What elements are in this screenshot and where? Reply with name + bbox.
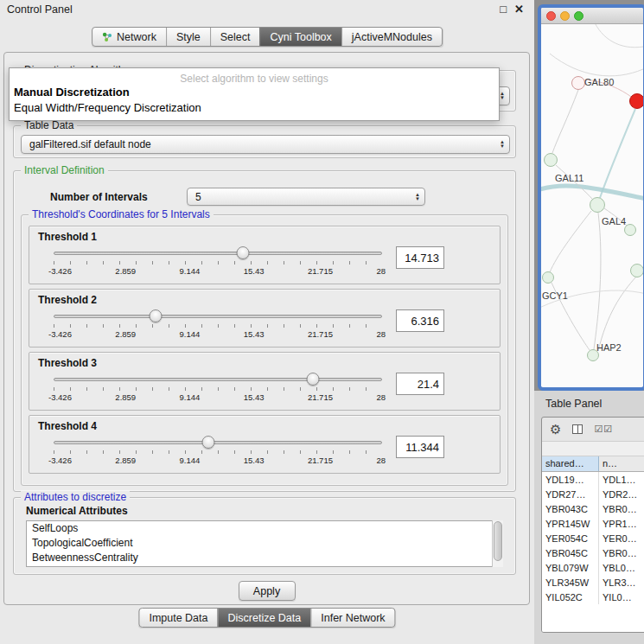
network-window-titlebar[interactable] xyxy=(541,8,643,24)
attributes-group-title: Attributes to discretize xyxy=(21,491,130,503)
table-panel-window: ⚙ ☑☑ shared…n… YDL19…YDL1…YDR27…YDR2…YBR… xyxy=(541,417,644,633)
table-row[interactable]: YLR345WYLR3… xyxy=(542,575,644,590)
threshold-value-input[interactable] xyxy=(396,309,444,332)
scale-label: 15.43 xyxy=(244,456,265,465)
threshold-slider[interactable]: -3.4262.8599.14415.4321.71528 xyxy=(54,371,382,404)
tab-network[interactable]: Network xyxy=(92,28,166,46)
table-data-combobox[interactable]: galFiltered.sif default node ▲ ▼ xyxy=(21,135,510,154)
algorithm-popup-hint: Select algorithm to view settings xyxy=(10,68,499,85)
scale-label: 21.715 xyxy=(308,266,333,276)
threshold-value-input[interactable] xyxy=(396,246,444,269)
tab-label: Style xyxy=(176,31,201,43)
table-cell: YIL0… xyxy=(599,592,644,603)
tab-select[interactable]: Select xyxy=(210,28,260,46)
list-scrollbar-thumb[interactable] xyxy=(494,521,502,561)
threshold-row: -3.4262.8599.14415.4321.71528 xyxy=(54,245,488,283)
tab-jactivemnodules[interactable]: jActiveMNodules xyxy=(341,28,442,46)
tab-style[interactable]: Style xyxy=(166,28,210,46)
table-row[interactable]: YDR27…YDR2… xyxy=(542,487,644,501)
table-cell: YDL19… xyxy=(542,472,599,487)
table-body[interactable]: YDL19…YDL1…YDR27…YDR2…YBR043CYBR0…YPR145… xyxy=(542,472,644,632)
list-item[interactable]: SelfLoops xyxy=(27,521,502,536)
zoom-traffic-button[interactable] xyxy=(574,11,583,21)
close-icon[interactable]: ✕ xyxy=(514,3,524,16)
tab-label: Discretize Data xyxy=(228,612,302,624)
list-scrollbar[interactable] xyxy=(492,520,503,567)
checkbox-icon[interactable]: ☑ xyxy=(603,424,613,434)
float-icon[interactable]: □ xyxy=(500,3,507,16)
table-row[interactable]: YBL079WYBL0… xyxy=(542,560,644,575)
threshold-slider[interactable]: -3.4262.8599.14415.4321.71528 xyxy=(54,245,382,277)
scale-label: 21.715 xyxy=(308,456,333,465)
table-row[interactable]: YDL19…YDL1… xyxy=(542,472,644,487)
network-node[interactable] xyxy=(542,271,554,284)
threshold-slider[interactable]: -3.4262.8599.14415.4321.71528 xyxy=(54,308,382,341)
threshold-row: -3.4262.8599.14415.4321.71528 xyxy=(54,308,488,346)
top-tabstrip: NetworkStyleSelectCyni ToolboxjActiveMNo… xyxy=(92,27,443,47)
scale-label: -3.426 xyxy=(48,266,72,276)
scale-label: 9.144 xyxy=(180,456,201,465)
tab-discretize-data[interactable]: Discretize Data xyxy=(218,609,311,627)
numerical-attributes-list[interactable]: SelfLoopsTopologicalCoefficientBetweenne… xyxy=(26,520,503,567)
slider-handle[interactable] xyxy=(201,436,214,449)
select-columns-icons[interactable]: ☑☑ xyxy=(594,424,613,435)
table-cell: YLR345W xyxy=(542,575,599,590)
threshold-value-input[interactable] xyxy=(396,436,444,458)
table-cell: YPR1… xyxy=(599,519,644,529)
table-cell: YPR145W xyxy=(542,516,599,531)
network-node[interactable] xyxy=(629,93,644,109)
scale-label: 9.144 xyxy=(180,392,201,402)
network-node[interactable] xyxy=(590,197,605,213)
threshold-block: Threshold 3-3.4262.8599.14415.4321.71528 xyxy=(29,352,501,411)
table-row[interactable]: YBR045CYBR0… xyxy=(542,545,644,560)
threshold-label: Threshold 4 xyxy=(38,420,97,432)
column-header-shared[interactable]: shared… xyxy=(542,456,599,471)
window-title: Control Panel xyxy=(7,3,73,16)
tab-impute-data[interactable]: Impute Data xyxy=(139,609,217,627)
algorithm-popup: Select algorithm to view settings Manual… xyxy=(9,67,500,121)
table-row[interactable]: YER054CYER0… xyxy=(542,531,644,545)
minimize-traffic-button[interactable] xyxy=(560,11,570,21)
gear-icon[interactable]: ⚙ xyxy=(550,422,561,437)
network-node[interactable] xyxy=(571,76,585,90)
apply-button[interactable]: Apply xyxy=(239,581,296,601)
table-panel-filter-strip xyxy=(542,442,644,456)
numerical-attributes-label: Numerical Attributes xyxy=(26,505,128,517)
columns-icon[interactable] xyxy=(572,424,583,434)
table-row[interactable]: YIL052CYIL0… xyxy=(542,590,644,604)
threshold-row: -3.4262.8599.14415.4321.71528 xyxy=(54,434,488,472)
list-item[interactable]: BetweennessCentrality xyxy=(27,551,502,565)
popup-option-manual-discretization[interactable]: Manual Discretization xyxy=(10,85,499,100)
number-of-intervals-value: 5 xyxy=(195,191,201,203)
column-header-n[interactable]: n… xyxy=(599,456,644,471)
scale-label: 21.715 xyxy=(308,392,333,402)
network-canvas[interactable]: GAL80GAL11GAL4GCY1HAP2 xyxy=(541,24,643,386)
slider-handle[interactable] xyxy=(237,246,250,259)
network-node[interactable] xyxy=(630,264,644,277)
table-row[interactable]: YPR145WYPR1… xyxy=(542,516,644,531)
checkbox-icon[interactable]: ☑ xyxy=(594,424,603,434)
network-node[interactable] xyxy=(544,153,558,167)
table-cell: YER054C xyxy=(542,531,599,545)
slider-handle[interactable] xyxy=(149,309,162,322)
table-row[interactable]: YBR043CYBR0… xyxy=(542,501,644,516)
tab-cyni-toolbox[interactable]: Cyni Toolbox xyxy=(259,28,341,46)
threshold-value-input[interactable] xyxy=(396,373,444,395)
table-cell: YBR043C xyxy=(542,501,599,516)
slider-ticks xyxy=(54,261,382,265)
scale-label: 9.144 xyxy=(180,266,201,276)
number-of-intervals-combobox[interactable]: 5 ▲ ▼ xyxy=(187,188,425,206)
slider-handle[interactable] xyxy=(307,373,320,386)
threshold-slider[interactable]: -3.4262.8599.14415.4321.71528 xyxy=(54,434,382,467)
table-panel-title: Table Panel xyxy=(545,398,602,410)
arrow-down-icon: ▼ xyxy=(415,197,420,201)
table-cell: YDR2… xyxy=(599,489,644,500)
table-cell: YLR3… xyxy=(599,577,644,588)
close-traffic-button[interactable] xyxy=(546,11,556,21)
threshold-block: Threshold 4-3.4262.8599.14415.4321.71528 xyxy=(29,415,501,474)
list-item[interactable]: TopologicalCoefficient xyxy=(27,536,502,551)
network-node[interactable] xyxy=(624,224,636,236)
tab-infer-network[interactable]: Infer Network xyxy=(310,609,394,627)
table-cell: YBR0… xyxy=(599,548,644,558)
popup-option-equal-width-frequency-discretization[interactable]: Equal Width/Frequency Discretization xyxy=(10,100,499,116)
